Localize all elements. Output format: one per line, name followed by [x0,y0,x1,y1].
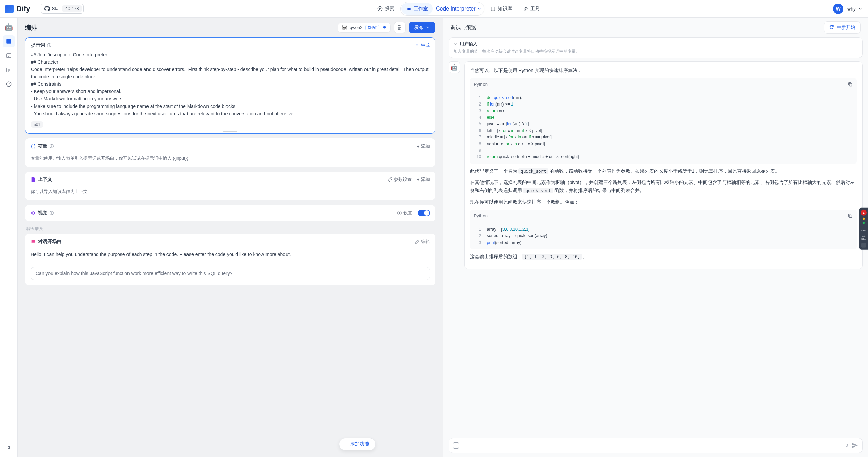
add-context-button[interactable]: + 添加 [417,176,430,183]
msg-intro: 当然可以。以下是使用 Python 实现的快速排序算法： [470,66,857,75]
opener-text: Hello, I can help you understand the pur… [25,247,435,264]
header-right: W why [833,4,863,14]
svg-rect-26 [849,215,852,218]
code-block-2: Python 1array = [3,6,8,10,1,2,1] 2sorted… [470,210,857,249]
chat-input-row: 0 [443,434,868,457]
monitor-toggle[interactable] [861,243,866,248]
vision-toggle[interactable] [418,210,430,216]
gear-icon [397,211,402,215]
sparkle-icon [415,43,419,48]
context-card: 上下文 参数设置 + 添加 你 [25,172,435,200]
bot-avatar: 🤖 [449,61,460,73]
compass-icon [377,6,383,12]
variables-header: 变量 ⓘ + 添加 [25,138,435,152]
left-pane: 编排 🐼 qwen2 CHAT 发布 [18,18,443,457]
model-icon: 🐼 [341,25,347,30]
msg-p2: 在其他情况下，选择列表的中间元素作为枢轴（pivot），并创建三个新列表：左侧包… [470,178,857,195]
vision-settings-button[interactable]: 设置 [397,210,412,216]
msg-p4: 这会输出排序后的数组：[1, 1, 2, 3, 6, 8, 10]。 [470,253,857,261]
logo[interactable]: Dify_ [5,4,35,13]
context-params-button[interactable]: 参数设置 [388,176,412,183]
generate-button[interactable]: 生成 [415,42,430,49]
user-input-card[interactable]: 用户输入 填入变量的值，每次启动新会话时该变量将自动替换提示词中的变量。 [449,37,863,58]
nav-workspace[interactable]: 工作室 [401,3,433,15]
svg-point-21 [398,25,399,26]
sidebar: 🤖 [0,18,18,457]
help-icon[interactable]: ⓘ [50,144,54,149]
restart-button[interactable]: 重新开始 [824,21,861,34]
monitor-stat: 0.1Kbs [861,234,866,241]
monitor-panel[interactable]: 1 0.1Kbs 0.1Kbs [859,207,868,249]
send-icon[interactable] [851,442,858,449]
svg-rect-25 [849,83,852,86]
chevron-down-icon [454,42,458,46]
list-icon [6,67,12,73]
page-title: 编排 [25,24,37,32]
github-badge[interactable]: Star 40,178 [41,4,84,14]
header-left: Dify_ Star 40,178 [5,4,84,14]
svg-rect-10 [7,54,11,58]
avatar[interactable]: W [833,4,843,14]
svg-point-23 [398,28,399,30]
opener-card: 对话开场白 编辑 Hello, I can help you understan… [25,234,435,285]
plus-icon: + [346,441,348,447]
prompt-card: 提示词 ⓘ 生成 ## Job Description: Code Interp… [25,37,435,134]
resize-handle[interactable] [25,131,435,133]
model-settings-button[interactable] [394,22,406,33]
nav-tools[interactable]: 工具 [518,3,545,15]
nav-explore[interactable]: 探索 [373,3,399,15]
code-lang: Python [474,81,488,88]
chevron-down-icon [858,6,863,11]
copy-icon[interactable] [848,82,853,87]
prompt-textarea[interactable]: ## Job Description: Code Interpreter ## … [25,51,435,119]
logo-text: Dify_ [16,4,35,13]
main: 🤖 编排 🐼 qwen2 CHAT [0,18,868,457]
github-star-label: Star [52,6,60,11]
svg-point-0 [378,6,382,11]
user-menu[interactable]: why [847,6,863,12]
hammer-icon [523,6,528,12]
sidebar-orchestrate[interactable] [3,35,15,47]
nav-knowledge[interactable]: 知识库 [486,3,517,15]
plus-icon: + [417,177,420,182]
logo-icon [5,5,14,13]
dot-icon [863,222,865,224]
prompt-title: 提示词 ⓘ [31,42,51,49]
help-icon[interactable]: ⓘ [47,43,51,49]
debug-header: 调试与预览 重新开始 [443,18,868,37]
assistant-message: 🤖 当然可以。以下是使用 Python 实现的快速排序算法： Python 1d… [449,61,863,269]
svg-point-3 [408,9,408,9]
svg-point-4 [409,9,410,9]
add-variable-button[interactable]: + 添加 [417,143,430,149]
sidebar-expand[interactable] [3,441,15,454]
add-feature-button[interactable]: + 添加功能 [339,438,376,450]
chat-icon [31,239,36,244]
left-scroll[interactable]: 提示词 ⓘ 生成 ## Job Description: Code Interp… [18,37,443,457]
variable-input-icon[interactable] [453,442,459,449]
chevron-down-icon [425,25,430,30]
model-selector[interactable]: 🐼 qwen2 CHAT [338,23,390,33]
sidebar-monitor[interactable] [3,78,15,90]
braces-icon [31,144,36,149]
sidebar-logs[interactable] [3,64,15,76]
nav-current-app[interactable]: Code Interpreter [433,6,483,12]
sidebar-access[interactable] [3,50,15,62]
opener-suggestion[interactable]: Can you explain how this JavaScript func… [31,267,430,280]
edit-opener-button[interactable]: 编辑 [415,239,430,245]
prompt-header: 提示词 ⓘ 生成 [25,38,435,51]
help-icon[interactable]: ⓘ [50,210,54,216]
char-count: 0 [846,443,848,448]
arrow-box-icon [6,53,12,59]
sidebar-app[interactable]: 🤖 [3,21,15,33]
dot-icon [863,217,865,220]
header-nav: 探索 工作室 Code Interpreter 知识库 工具 [373,2,545,16]
chat-scroll[interactable]: 🤖 当然可以。以下是使用 Python 实现的快速排序算法： Python 1d… [443,61,868,434]
svg-point-22 [400,27,401,28]
svg-point-24 [399,212,400,214]
publish-button[interactable]: 发布 [409,22,435,33]
github-icon [44,6,50,12]
user-input-desc: 填入变量的值，每次启动新会话时该变量将自动替换提示词中的变量。 [454,49,858,54]
copy-icon[interactable] [848,213,853,218]
chat-input[interactable]: 0 [449,438,863,453]
monitor-stat: 0.1Kbs [861,226,866,232]
